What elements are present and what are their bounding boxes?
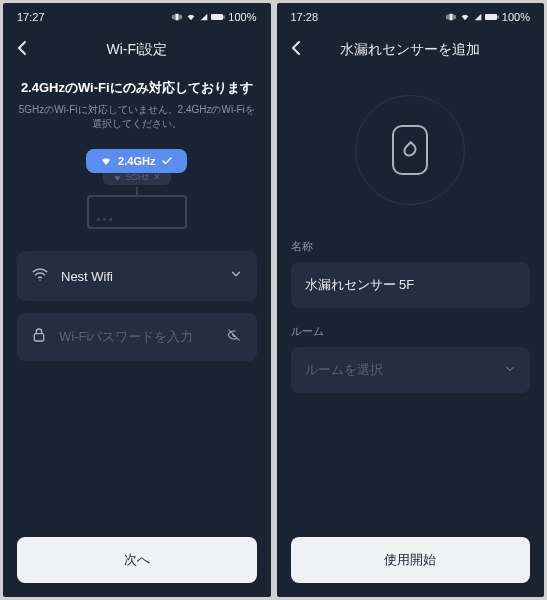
signal-icon — [474, 12, 482, 22]
page-title: Wi-Fi設定 — [17, 41, 257, 59]
close-icon: ✕ — [153, 172, 161, 182]
device-name-input[interactable]: 水漏れセンサー 5F — [291, 262, 531, 308]
status-icons: 100% — [172, 11, 256, 23]
svg-rect-6 — [497, 16, 498, 19]
sensor-illustration — [355, 95, 465, 205]
svg-rect-0 — [176, 14, 179, 21]
vibrate-icon — [172, 12, 182, 22]
svg-rect-3 — [34, 334, 43, 341]
lock-icon — [31, 327, 47, 347]
next-button[interactable]: 次へ — [17, 537, 257, 583]
vibrate-icon — [446, 12, 456, 22]
battery-icon — [211, 12, 225, 22]
router-icon — [87, 195, 187, 229]
eye-hidden-icon[interactable] — [225, 328, 243, 346]
chevron-left-icon — [291, 40, 301, 56]
name-label: 名称 — [291, 239, 531, 254]
room-select[interactable]: ルームを選択 — [291, 347, 531, 393]
start-button[interactable]: 使用開始 — [291, 537, 531, 583]
ssid-select[interactable]: Nest Wifi — [17, 251, 257, 301]
water-drop-icon — [401, 141, 419, 159]
router-illustration: 2.4GHz 5GHz ✕ — [17, 149, 257, 229]
wifi-icon — [185, 12, 197, 22]
signal-icon — [200, 12, 208, 22]
back-button[interactable] — [17, 40, 27, 60]
status-icons: 100% — [446, 11, 530, 23]
status-bar: 17:27 100% — [3, 3, 271, 31]
wifi-icon — [31, 265, 49, 287]
wifi-icon — [113, 173, 122, 182]
page-title: 水漏れセンサーを追加 — [291, 41, 531, 59]
content: 名称 水漏れセンサー 5F ルーム ルームを選択 — [277, 75, 545, 537]
battery-percent: 100% — [502, 11, 530, 23]
password-input[interactable]: Wi-Fiパスワードを入力 — [17, 313, 257, 361]
svg-rect-2 — [224, 16, 225, 19]
chevron-down-icon — [504, 361, 516, 379]
sensor-device-icon — [392, 125, 428, 175]
sub-text: 5GHzのWi-Fiに対応していません。2.4GHzのWi-Fiを選択してくださ… — [17, 103, 257, 131]
content: 2.4GHzのWi-Fiにのみ対応しております 5GHzのWi-Fiに対応してい… — [3, 75, 271, 537]
wifi-icon — [100, 155, 112, 167]
status-bar: 17:28 100% — [277, 3, 545, 31]
room-placeholder: ルームを選択 — [305, 361, 493, 379]
battery-percent: 100% — [228, 11, 256, 23]
add-sensor-screen: 17:28 100% 水漏れセンサーを追加 名称 水漏れセンサー 5F ルーム … — [277, 3, 545, 597]
header: Wi-Fi設定 — [3, 31, 271, 75]
headline: 2.4GHzのWi-Fiにのみ対応しております — [17, 79, 257, 97]
header: 水漏れセンサーを追加 — [277, 31, 545, 75]
password-placeholder: Wi-Fiパスワードを入力 — [59, 328, 213, 346]
back-button[interactable] — [291, 40, 301, 60]
wifi-icon — [459, 12, 471, 22]
room-label: ルーム — [291, 324, 531, 339]
band-24-pill: 2.4GHz — [86, 149, 187, 173]
device-name-value: 水漏れセンサー 5F — [305, 276, 517, 294]
chevron-down-icon — [229, 267, 243, 285]
ssid-value: Nest Wifi — [61, 269, 217, 284]
svg-rect-4 — [449, 14, 452, 21]
check-icon — [161, 155, 173, 167]
svg-rect-5 — [485, 14, 497, 20]
wifi-settings-screen: 17:27 100% Wi-Fi設定 2.4GHzのWi-Fiにのみ対応しており… — [3, 3, 271, 597]
chevron-left-icon — [17, 40, 27, 56]
svg-rect-1 — [211, 14, 223, 20]
battery-icon — [485, 12, 499, 22]
status-time: 17:28 — [291, 11, 319, 23]
status-time: 17:27 — [17, 11, 45, 23]
